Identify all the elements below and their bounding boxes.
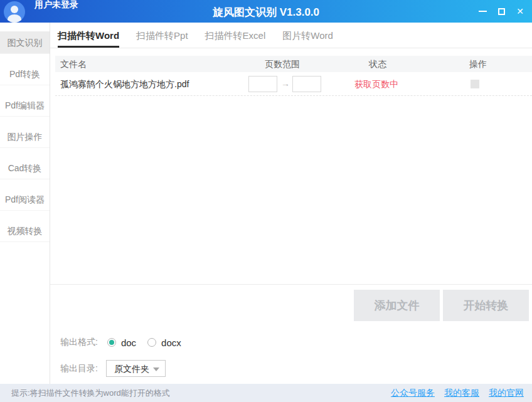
start-convert-button[interactable]: 开始转换 (443, 290, 529, 321)
link-my-support[interactable]: 我的客服 (444, 388, 479, 399)
radio-docx-label[interactable]: docx (161, 337, 181, 348)
tab-image-to-word[interactable]: 图片转Word (282, 24, 333, 48)
maximize-button[interactable] (492, 3, 511, 20)
range-arrow-icon: → (279, 78, 292, 88)
minimize-button[interactable] (473, 3, 492, 20)
header-status: 状态 (369, 59, 386, 70)
file-table: 文件名 页数范围 状态 操作 孤鸿寡鹄个火锅地方地方地方.pdf → 获取页数中 (55, 56, 532, 96)
page-to-input[interactable] (292, 76, 321, 92)
chevron-down-icon (153, 368, 159, 371)
output-format-row: 输出格式: doc docx (60, 336, 181, 349)
tab-scan-to-ppt[interactable]: 扫描件转Ppt (136, 24, 188, 48)
header-page-range: 页数范围 (265, 59, 300, 70)
maximize-icon (498, 8, 505, 15)
radio-doc[interactable] (107, 338, 116, 347)
output-dir-row: 输出目录: 原文件夹 (60, 360, 166, 377)
tab-scan-to-excel[interactable]: 扫描件转Excel (205, 24, 266, 48)
table-row: 孤鸿寡鹄个火锅地方地方地方.pdf → 获取页数中 (55, 72, 532, 96)
output-dir-select[interactable]: 原文件夹 (106, 360, 166, 377)
output-dir-label: 输出目录: (60, 363, 98, 374)
sidebar-item-video-convert[interactable]: 视频转换 (0, 220, 50, 242)
link-my-website[interactable]: 我的官网 (489, 388, 524, 399)
header-filename: 文件名 (60, 59, 87, 70)
titlebar: 用户未登录 旋风图文识别 V1.3.0.0 ✕ (0, 0, 532, 23)
app-window: 用户未登录 旋风图文识别 V1.3.0.0 ✕ 图文识别 Pdf转换 Pdf编辑… (0, 0, 532, 402)
footer-links: 公众号服务 我的客服 我的官网 (391, 388, 524, 399)
radio-docx[interactable] (147, 338, 156, 347)
add-files-button[interactable]: 添加文件 (354, 290, 440, 321)
sidebar: 图文识别 Pdf转换 Pdf编辑器 图片操作 Cad转换 Pdf阅读器 视频转换 (0, 23, 50, 384)
page-from-input[interactable] (248, 76, 277, 92)
close-icon: ✕ (516, 7, 524, 16)
sidebar-item-cad-convert[interactable]: Cad转换 (0, 157, 50, 179)
sidebar-item-ocr[interactable]: 图文识别 (0, 31, 50, 54)
file-name: 孤鸿寡鹄个火锅地方地方地方.pdf (60, 79, 189, 90)
tab-scan-to-word[interactable]: 扫描件转Word (58, 24, 119, 48)
table-header: 文件名 页数范围 状态 操作 (55, 56, 532, 72)
radio-doc-label[interactable]: doc (121, 337, 136, 348)
main-content: 扫描件转Word 扫描件转Ppt 扫描件转Excel 图片转Word 文件名 页… (50, 23, 532, 384)
output-format-label: 输出格式: (60, 337, 98, 348)
sidebar-item-pdf-editor[interactable]: Pdf编辑器 (0, 94, 50, 117)
sidebar-item-pdf-reader[interactable]: Pdf阅读器 (0, 188, 50, 211)
tab-bar: 扫描件转Word 扫描件转Ppt 扫描件转Excel 图片转Word (50, 23, 532, 48)
status-bar: 提示:将扫描件文件转换为word能打开的格式 公众号服务 我的客服 我的官网 (0, 384, 532, 402)
header-action: 操作 (469, 59, 487, 70)
output-dir-value: 原文件夹 (114, 364, 149, 375)
status-text: 获取页数中 (354, 79, 398, 90)
close-button[interactable]: ✕ (511, 3, 529, 20)
link-wechat-service[interactable]: 公众号服务 (391, 388, 435, 399)
window-controls: ✕ (473, 0, 529, 23)
window-title: 旋风图文识别 V1.3.0.0 (0, 5, 532, 19)
row-checkbox[interactable] (471, 80, 479, 88)
tip-text: 提示:将扫描件文件转换为word能打开的格式 (11, 388, 170, 399)
minimize-icon (479, 11, 487, 12)
action-buttons: 添加文件 开始转换 (354, 290, 529, 321)
content-divider (50, 284, 532, 285)
sidebar-item-image-ops[interactable]: 图片操作 (0, 125, 50, 148)
sidebar-item-pdf-convert[interactable]: Pdf转换 (0, 63, 50, 85)
